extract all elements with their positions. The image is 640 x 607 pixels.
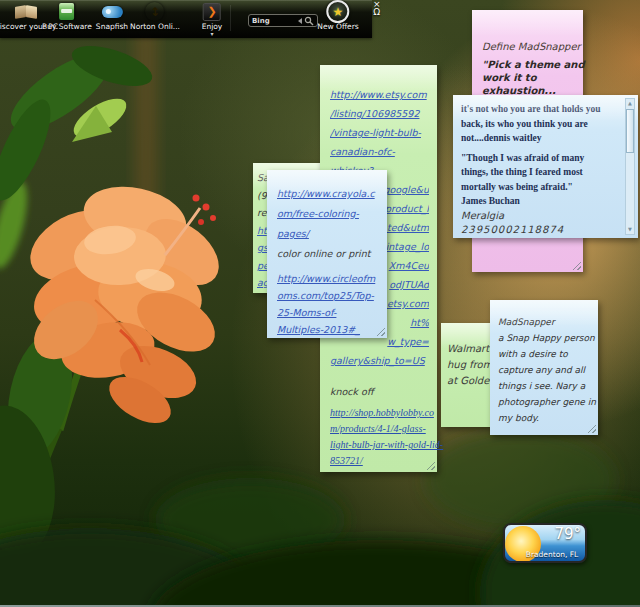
desktop-toolbar: Discover your PC Buy Software Snapfish ↕… — [0, 0, 372, 38]
note-text-line: MadSnapper — [498, 314, 594, 330]
chevron-down-icon[interactable]: ▾ — [210, 32, 213, 36]
toolbar-item-label: Snapfish — [96, 22, 128, 31]
toolbar-item-new-offers[interactable]: ★ New Offers — [317, 2, 358, 31]
weather-widget[interactable]: 79° Bradenton, FL — [503, 523, 587, 563]
note-link-line[interactable]: pages/ — [277, 224, 381, 244]
toolbar-item-buy-software[interactable]: Buy Software — [42, 2, 92, 31]
note-link-line[interactable]: om/free-coloring- — [277, 204, 381, 224]
toolbar-item-label: Norton Onli... — [130, 22, 180, 31]
enjoy-icon: ❯ — [203, 3, 221, 21]
note-link-line[interactable]: light-bulb-jar-with-gold-lid- — [330, 437, 429, 453]
note-link-line[interactable]: 25-Moms-of- — [277, 304, 381, 321]
note-text-line: back, its who you think you are — [461, 117, 620, 132]
note-text-line: work it to — [482, 71, 575, 84]
note-link-line[interactable]: http://shop.hobbylobby.co — [330, 405, 429, 421]
bing-search-input[interactable]: Bing — [248, 14, 318, 27]
note-text-line: 23950002118874 — [461, 223, 620, 237]
note-text-line: not....dennis waitley — [461, 131, 620, 146]
note-link-line[interactable]: /listing/106985592 — [330, 104, 429, 123]
note-link-line[interactable]: canadian-ofc- — [330, 142, 429, 161]
scrollbar-thumb[interactable] — [626, 109, 634, 153]
note-link-line[interactable]: 853721/ — [330, 453, 429, 469]
star-icon: ★ — [326, 0, 349, 23]
norton-icon: ↕ — [146, 2, 165, 21]
temperature-value: 79° — [554, 525, 581, 543]
note-resize-grip[interactable] — [572, 261, 581, 270]
note-text-line: knock off — [330, 382, 429, 401]
note-text-line: "Though I was afraid of many — [461, 151, 620, 166]
search-dropdown-icon[interactable] — [298, 18, 302, 24]
toolbar-divider — [230, 5, 231, 31]
toolbar-item-enjoy[interactable]: ❯ Enjoy ▾ — [202, 2, 223, 36]
toolbar-item-snapfish[interactable]: Snapfish — [96, 2, 128, 31]
note-link-line[interactable]: oms.com/top25/Top- — [277, 287, 381, 304]
note-link-line[interactable]: Multiples-2013#_ — [277, 321, 381, 338]
scroll-down-icon[interactable]: ▼ — [626, 225, 634, 234]
note-text-line: color online or print — [277, 244, 381, 264]
note-title: Define MadSnapper — [482, 40, 575, 54]
toolbar-item-label: Buy Software — [42, 22, 92, 31]
sticky-note-crayola[interactable]: http://www.crayola.c om/free-coloring- p… — [267, 170, 387, 338]
note-text-line: photographer gene in — [498, 394, 594, 410]
note-link-line[interactable]: m/products/4-1/4-glass- — [330, 421, 429, 437]
note-link-line[interactable]: gallery&ship_to=US — [330, 351, 429, 370]
desktop: Discover your PC Buy Software Snapfish ↕… — [0, 0, 640, 607]
sticky-note-quotes[interactable]: it's not who you are that holds you back… — [453, 95, 638, 238]
note-text-line: mortally was being afraid." — [461, 180, 620, 195]
note-text-line: "Pick a theme and — [482, 58, 575, 71]
note-text-line: my body. — [498, 410, 594, 426]
note-scrollbar[interactable]: ▲ ▼ — [625, 98, 635, 235]
note-text-line: with a desire to — [498, 346, 594, 362]
search-icon[interactable] — [304, 16, 314, 26]
toolbar-controls: × Ω — [373, 0, 381, 16]
note-link-line[interactable]: http://www.etsy.com — [330, 85, 429, 104]
note-text-line: it's not who you are that holds you — [461, 102, 620, 117]
toolbar-item-label: New Offers — [317, 22, 358, 31]
note-text-line: things, the thing I feared most — [461, 165, 620, 180]
discover-pc-icon — [14, 4, 38, 19]
note-link-line[interactable]: http://www.crayola.c — [277, 184, 381, 204]
note-text-line: Meralgia — [461, 209, 620, 223]
weather-location: Bradenton, FL — [519, 550, 585, 559]
note-text-line: a Snap Happy person — [498, 330, 594, 346]
omega-icon[interactable]: Ω — [373, 8, 380, 16]
toolbar-item-norton[interactable]: ↕ Norton Onli... — [130, 2, 180, 31]
buy-software-icon — [59, 3, 74, 20]
note-text-line: James Buchan — [461, 194, 620, 209]
note-text-line: things i see. Nary a — [498, 378, 594, 394]
search-engine-label: Bing — [252, 17, 298, 25]
note-link-line[interactable]: /vintage-light-bulb- — [330, 123, 429, 142]
note-link-line[interactable]: http://www.circleofm — [277, 270, 381, 287]
note-text-line: capture any and all — [498, 362, 594, 378]
snapfish-icon — [101, 6, 122, 18]
sticky-note-madsnapper-bio[interactable]: MadSnapper a Snap Happy person with a de… — [490, 300, 598, 435]
scroll-up-icon[interactable]: ▲ — [626, 99, 634, 108]
